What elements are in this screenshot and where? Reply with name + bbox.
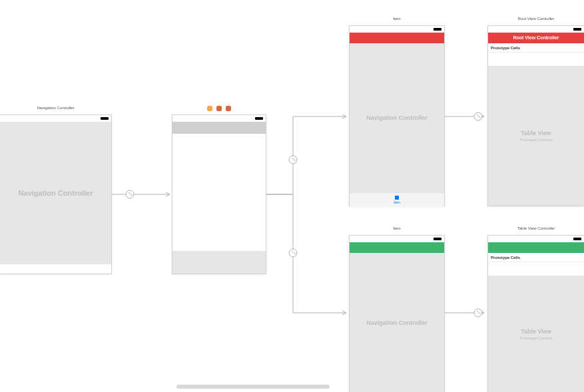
svg-point-5 <box>289 249 297 257</box>
status-bar <box>350 26 444 33</box>
scene-view-controller[interactable] <box>172 114 266 274</box>
nav-bar-placeholder <box>172 122 266 134</box>
svg-point-1 <box>126 190 134 198</box>
prototype-cell-row[interactable] <box>488 262 584 276</box>
table-view-sublabel: Prototype Content <box>520 336 552 340</box>
status-bar <box>172 115 266 122</box>
scene-navigation-controller[interactable]: Navigation Controller Navigation Control… <box>0 114 112 274</box>
prototype-cell-row[interactable] <box>488 53 584 66</box>
prototype-cells-header: Prototype Cells <box>488 253 584 262</box>
svg-point-8 <box>474 112 482 120</box>
scene-title: Table View Controller <box>488 226 584 230</box>
svg-line-6 <box>292 251 296 254</box>
table-view-sublabel: Prototype Content <box>520 138 552 142</box>
svg-line-4 <box>292 158 296 161</box>
scene-title: Item <box>350 17 444 21</box>
navigation-bar <box>488 242 584 253</box>
status-bar <box>0 115 111 122</box>
horizontal-scrollbar[interactable] <box>176 385 330 389</box>
nav-title: Root View Controller <box>513 35 559 40</box>
status-bar <box>488 236 584 242</box>
scene-body-label: Navigation Controller <box>0 122 111 264</box>
scene-root-view-controller-red[interactable]: Root View Controller Root View Controlle… <box>487 25 584 206</box>
scene-body <box>172 134 266 251</box>
svg-line-9 <box>477 114 481 118</box>
tab-item-icon[interactable] <box>395 196 399 200</box>
svg-point-11 <box>474 309 482 317</box>
scene-body-label: Navigation Controller <box>350 253 444 392</box>
svg-point-3 <box>289 156 297 164</box>
dock-vc-icon[interactable] <box>207 106 212 111</box>
scene-title: Navigation Controller <box>0 106 111 110</box>
table-view-label: Table View <box>521 328 551 335</box>
svg-line-2 <box>129 192 133 196</box>
status-bar <box>350 236 444 242</box>
scene-title: Root View Controller <box>488 17 584 21</box>
navigation-bar <box>350 33 444 43</box>
table-view-body: Table View Prototype Content <box>488 66 584 206</box>
scene-body-label: Navigation Controller <box>350 43 444 192</box>
storyboard-canvas[interactable]: Navigation Controller Navigation Control… <box>0 0 584 392</box>
scene-navigation-controller-red[interactable]: Item Navigation Controller Item <box>349 25 445 206</box>
navigation-bar <box>350 242 444 253</box>
tab-bar: Item <box>350 192 444 207</box>
svg-line-12 <box>477 311 481 314</box>
scene-navigation-controller-green[interactable]: Item Navigation Controller <box>349 235 445 392</box>
dock-first-responder-icon[interactable] <box>216 106 222 111</box>
prototype-cells-header: Prototype Cells <box>488 43 584 53</box>
scene-dock <box>172 106 266 111</box>
table-view-body: Table View Prototype Content <box>488 276 584 392</box>
navigation-bar: Root View Controller <box>488 33 584 43</box>
tab-item-label: Item <box>394 200 400 204</box>
scene-table-view-controller-green[interactable]: Table View Controller Prototype Cells Ta… <box>487 235 584 392</box>
table-view-label: Table View <box>521 130 551 136</box>
dock-exit-icon[interactable] <box>226 106 231 111</box>
status-bar <box>488 26 584 33</box>
scene-title: Item <box>350 226 444 230</box>
tab-bar-placeholder <box>172 251 266 274</box>
